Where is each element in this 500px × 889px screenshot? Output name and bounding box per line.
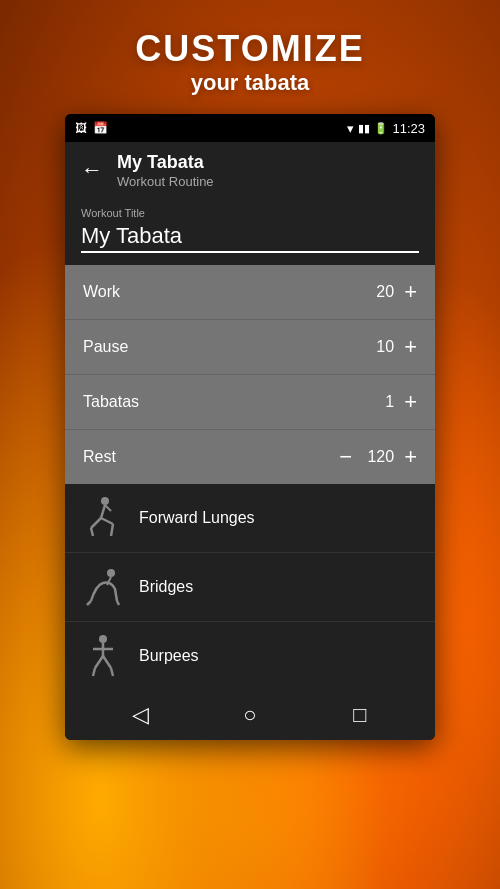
svg-line-15 bbox=[103, 656, 111, 668]
settings-controls: −120+ bbox=[339, 446, 417, 468]
exercise-row[interactable]: Forward Lunges bbox=[65, 484, 435, 553]
workout-title-input[interactable] bbox=[81, 223, 419, 253]
clock: 11:23 bbox=[392, 121, 425, 136]
workout-title-label: Workout Title bbox=[81, 207, 419, 219]
exercise-row[interactable]: Bridges bbox=[65, 553, 435, 622]
settings-label: Work bbox=[83, 283, 120, 301]
svg-point-0 bbox=[101, 497, 109, 505]
svg-line-3 bbox=[101, 518, 113, 524]
nav-back-button[interactable]: ◁ bbox=[120, 695, 160, 735]
svg-point-7 bbox=[107, 569, 115, 577]
image-icon: 🖼 bbox=[75, 121, 87, 135]
exercise-list: Forward Lunges Bridges Burpees bbox=[65, 484, 435, 690]
settings-row: Work20+ bbox=[65, 265, 435, 320]
nav-bar: ◁ ○ □ bbox=[65, 690, 435, 740]
status-right-icons: ▾ ▮▮ 🔋 11:23 bbox=[347, 121, 425, 136]
calendar-icon: 📅 bbox=[93, 121, 108, 135]
settings-controls: 1+ bbox=[364, 391, 417, 413]
exercise-name: Burpees bbox=[139, 647, 199, 665]
svg-line-1 bbox=[101, 505, 105, 518]
exercise-name: Forward Lunges bbox=[139, 509, 255, 527]
settings-row: Tabatas1+ bbox=[65, 375, 435, 430]
settings-row: Rest−120+ bbox=[65, 430, 435, 484]
svg-line-14 bbox=[95, 656, 103, 668]
settings-controls: 20+ bbox=[364, 281, 417, 303]
phone-frame: 🖼 📅 ▾ ▮▮ 🔋 11:23 ← My Tabata Workout Rou… bbox=[65, 114, 435, 740]
settings-value: 10 bbox=[364, 338, 394, 356]
app-bar-subtitle: Workout Routine bbox=[117, 174, 214, 189]
status-left-icons: 🖼 📅 bbox=[75, 121, 108, 135]
nav-recent-button[interactable]: □ bbox=[340, 695, 380, 735]
settings-value: 120 bbox=[364, 448, 394, 466]
lunge-icon bbox=[81, 496, 125, 540]
exercise-name: Bridges bbox=[139, 578, 193, 596]
app-bar-title: My Tabata bbox=[117, 152, 214, 174]
svg-line-17 bbox=[111, 668, 113, 676]
settings-section: Work20+Pause10+Tabatas1+Rest−120+ bbox=[65, 265, 435, 484]
bridge-icon bbox=[81, 565, 125, 609]
app-bar: ← My Tabata Workout Routine bbox=[65, 142, 435, 199]
battery-icon: 🔋 bbox=[374, 122, 388, 135]
svg-line-2 bbox=[91, 518, 101, 528]
burpee-icon bbox=[81, 634, 125, 678]
svg-line-8 bbox=[87, 601, 91, 605]
settings-value: 20 bbox=[364, 283, 394, 301]
svg-point-11 bbox=[99, 635, 107, 643]
svg-line-6 bbox=[105, 505, 111, 511]
settings-row: Pause10+ bbox=[65, 320, 435, 375]
back-button[interactable]: ← bbox=[81, 157, 103, 183]
decrement-button[interactable]: − bbox=[339, 446, 352, 468]
workout-title-section: Workout Title bbox=[65, 199, 435, 265]
increment-button[interactable]: + bbox=[404, 391, 417, 413]
settings-controls: 10+ bbox=[364, 336, 417, 358]
settings-value: 1 bbox=[364, 393, 394, 411]
increment-button[interactable]: + bbox=[404, 336, 417, 358]
increment-button[interactable]: + bbox=[404, 446, 417, 468]
svg-line-4 bbox=[111, 524, 113, 536]
wifi-icon: ▾ bbox=[347, 121, 354, 136]
header-section: CUSTOMIZE your tabata bbox=[0, 0, 500, 114]
settings-label: Rest bbox=[83, 448, 116, 466]
signal-icon: ▮▮ bbox=[358, 122, 370, 135]
svg-line-5 bbox=[91, 528, 93, 536]
header-title: CUSTOMIZE bbox=[0, 28, 500, 70]
app-bar-text: My Tabata Workout Routine bbox=[117, 152, 214, 189]
settings-label: Pause bbox=[83, 338, 128, 356]
svg-line-9 bbox=[117, 601, 119, 605]
header-subtitle: your tabata bbox=[0, 70, 500, 96]
increment-button[interactable]: + bbox=[404, 281, 417, 303]
exercise-row[interactable]: Burpees bbox=[65, 622, 435, 690]
status-bar: 🖼 📅 ▾ ▮▮ 🔋 11:23 bbox=[65, 114, 435, 142]
nav-home-button[interactable]: ○ bbox=[230, 695, 270, 735]
svg-line-16 bbox=[93, 668, 95, 676]
settings-label: Tabatas bbox=[83, 393, 139, 411]
